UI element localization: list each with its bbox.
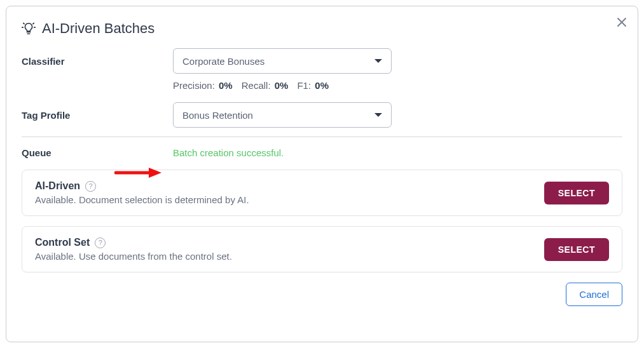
tag-profile-row: Tag Profile Bonus Retention	[22, 102, 622, 128]
chevron-down-icon	[374, 113, 382, 117]
tag-profile-selected-value: Bonus Retention	[182, 110, 253, 121]
help-icon[interactable]: ?	[85, 181, 96, 192]
select-control-set-button[interactable]: SELECT	[544, 238, 609, 261]
card-description: Available. Use documents from the contro…	[35, 251, 232, 262]
modal-footer: Cancel	[22, 283, 622, 306]
classifier-metrics: Precision: 0% Recall: 0% F1: 0%	[173, 80, 622, 91]
tag-profile-label: Tag Profile	[22, 110, 173, 121]
precision-metric: Precision: 0%	[173, 80, 233, 91]
card-title: AI-Driven	[35, 180, 80, 192]
tag-profile-select[interactable]: Bonus Retention	[173, 102, 392, 128]
classifier-row: Classifier Corporate Bonuses	[22, 48, 622, 74]
lightbulb-icon	[22, 22, 36, 36]
control-set-card: Control Set ? Available. Use documents f…	[22, 226, 622, 272]
chevron-down-icon	[374, 59, 382, 63]
queue-row: Queue Batch creation successful.	[22, 147, 622, 158]
queue-success-message: Batch creation successful.	[173, 147, 284, 158]
recall-metric: Recall: 0%	[242, 80, 289, 91]
modal-header: AI-Driven Batches	[22, 20, 622, 37]
queue-label: Queue	[22, 147, 173, 158]
section-divider	[22, 137, 622, 137]
card-description: Available. Document selection is determi…	[35, 194, 249, 205]
cancel-button[interactable]: Cancel	[566, 283, 622, 306]
help-icon[interactable]: ?	[95, 238, 106, 248]
classifier-selected-value: Corporate Bonuses	[182, 56, 264, 67]
select-ai-driven-button[interactable]: SELECT	[544, 182, 609, 204]
f1-metric: F1: 0%	[297, 80, 329, 91]
svg-marker-1	[149, 168, 161, 178]
classifier-select[interactable]: Corporate Bonuses	[173, 48, 392, 74]
modal-title: AI-Driven Batches	[42, 20, 154, 37]
close-icon[interactable]	[616, 17, 627, 30]
classifier-label: Classifier	[22, 56, 173, 67]
card-title: Control Set	[35, 237, 90, 248]
ai-driven-batches-modal: AI-Driven Batches Classifier Corporate B…	[6, 6, 638, 342]
ai-driven-card: AI-Driven ? Available. Document selectio…	[22, 170, 622, 216]
annotation-arrow-icon	[114, 166, 161, 182]
